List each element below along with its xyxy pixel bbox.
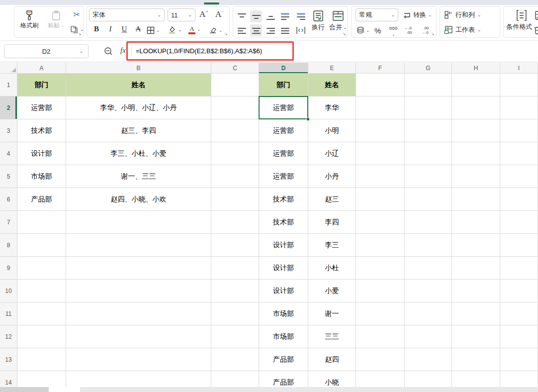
cell-D7[interactable]: 技术部 [259,211,308,234]
increase-indent-button[interactable] [295,11,307,21]
row-header-4[interactable]: 4 [0,142,17,165]
cell-E14[interactable]: 小晓 [308,371,356,387]
column-header-C[interactable]: C [211,63,259,74]
cell-D3[interactable]: 运营部 [259,119,308,142]
cell-A1[interactable]: 部门 [17,74,66,97]
column-header-I[interactable]: I [500,63,538,74]
cell-A3[interactable]: 技术部 [17,119,66,142]
cell-B4[interactable]: 李三、小杜、小爱 [66,142,211,165]
cell-B7[interactable] [66,211,211,234]
select-all-corner[interactable] [0,63,17,74]
align-left-button[interactable] [236,25,247,35]
cell-E11[interactable]: 谢一 [308,302,356,325]
cell-G5[interactable] [405,165,452,188]
cell-D1[interactable]: 部门 [259,74,308,97]
sheet-tab-strip-left[interactable] [0,387,49,392]
row-header-3[interactable]: 3 [0,119,17,142]
cell-A13[interactable] [17,348,66,371]
number-format-select[interactable]: 常规 ⌄ [356,8,398,21]
align-center-button[interactable] [250,24,262,36]
formula-input[interactable]: =LOOKUP(1,0/FIND(E2,B$2:B$6),A$2:A$6) [136,47,262,55]
cell-E10[interactable]: 小爱 [308,280,356,302]
cell-G9[interactable] [405,257,452,280]
cell-A9[interactable] [17,257,66,280]
currency-button[interactable]: ⌄ [357,26,370,34]
cell-G3[interactable] [405,119,452,142]
row-header-14[interactable]: 14 [0,371,17,387]
cell-H13[interactable] [452,348,500,371]
cell-C11[interactable] [211,302,259,325]
column-header-H[interactable]: H [452,63,500,74]
row-header-1[interactable]: 1 [0,74,17,97]
cell-D6[interactable]: 技术部 [259,188,308,211]
cell-F5[interactable] [356,165,405,188]
decrease-decimal-button[interactable]: .00→.0 [421,26,429,35]
cell-H14[interactable] [452,371,500,387]
cell-D9[interactable]: 设计部 [259,257,308,280]
cell-F12[interactable] [356,325,405,348]
cell-I14[interactable] [500,371,538,387]
decrease-font-button[interactable]: A− [215,9,224,18]
fill-handle[interactable] [306,117,310,121]
cell-G7[interactable] [405,211,452,234]
cell-H9[interactable] [452,257,500,280]
align-bottom-button[interactable] [265,11,276,21]
row-header-10[interactable]: 10 [0,280,17,302]
cell-E8[interactable]: 李三 [308,234,356,257]
cell-D5[interactable]: 运营部 [259,165,308,188]
worksheet-button[interactable]: 工作表 ⌄ [444,25,481,34]
cell-C6[interactable] [211,188,259,211]
cell-C8[interactable] [211,234,259,257]
cell-B1[interactable]: 姓名 [66,74,211,97]
cell-I4[interactable] [500,142,538,165]
cell-I2[interactable] [500,97,538,119]
cell-H8[interactable] [452,234,500,257]
row-header-5[interactable]: 5 [0,165,17,188]
cell-F14[interactable] [356,371,405,387]
cell-I9[interactable] [500,257,538,280]
row-header-12[interactable]: 12 [0,325,17,348]
cell-F6[interactable] [356,188,405,211]
cell-E5[interactable]: 小丹 [308,165,356,188]
cell-G8[interactable] [405,234,452,257]
copy-button[interactable]: ⌄ [70,25,84,34]
row-header-9[interactable]: 9 [0,257,17,280]
increase-decimal-button[interactable]: ←.0 .00 [404,26,412,35]
cell-B5[interactable]: 谢一、三三 [66,165,211,188]
cell-A10[interactable] [17,280,66,302]
cell-E2[interactable]: 李华 [308,97,356,119]
wrap-text-button[interactable]: 换行 [309,9,328,32]
name-box[interactable]: D2 ⌄ [4,44,89,58]
column-header-D[interactable]: D [259,63,308,74]
increase-font-button[interactable]: A+ [199,9,208,18]
cell-H12[interactable] [452,325,500,348]
merge-cells-button[interactable]: 合并 ⌄ [329,9,348,32]
zoom-formula-icon[interactable] [103,46,113,56]
cell-D2[interactable]: 运营部 [259,97,308,119]
cell-G1[interactable] [405,74,452,97]
cell-B12[interactable] [66,325,211,348]
column-header-A[interactable]: A [17,63,66,74]
distributed-align-button[interactable] [295,25,307,35]
font-size-select[interactable]: 11 ⌄ [168,8,195,21]
row-header-2[interactable]: 2 [0,97,17,119]
cell-H3[interactable] [452,119,500,142]
cell-E1[interactable]: 姓名 [308,74,356,97]
font-name-select[interactable]: 宋体 ⌄ [89,8,165,21]
number-dialog-launcher-icon[interactable]: ↘ [431,32,435,36]
cell-A14[interactable] [17,371,66,387]
cell-G6[interactable] [405,188,452,211]
cell-E3[interactable]: 小明 [308,119,356,142]
cell-F3[interactable] [356,119,405,142]
cell-E6[interactable]: 赵三 [308,188,356,211]
cell-D10[interactable]: 设计部 [259,280,308,302]
cell-B13[interactable] [66,348,211,371]
cell-H10[interactable] [452,280,500,302]
percent-button[interactable]: % [374,26,381,35]
column-header-G[interactable]: G [405,63,452,74]
cell-E7[interactable]: 李四 [308,211,356,234]
cell-H1[interactable] [452,74,500,97]
cell-H11[interactable] [452,302,500,325]
convert-button[interactable]: 转换 ⌄ [402,10,432,19]
cell-C7[interactable] [211,211,259,234]
